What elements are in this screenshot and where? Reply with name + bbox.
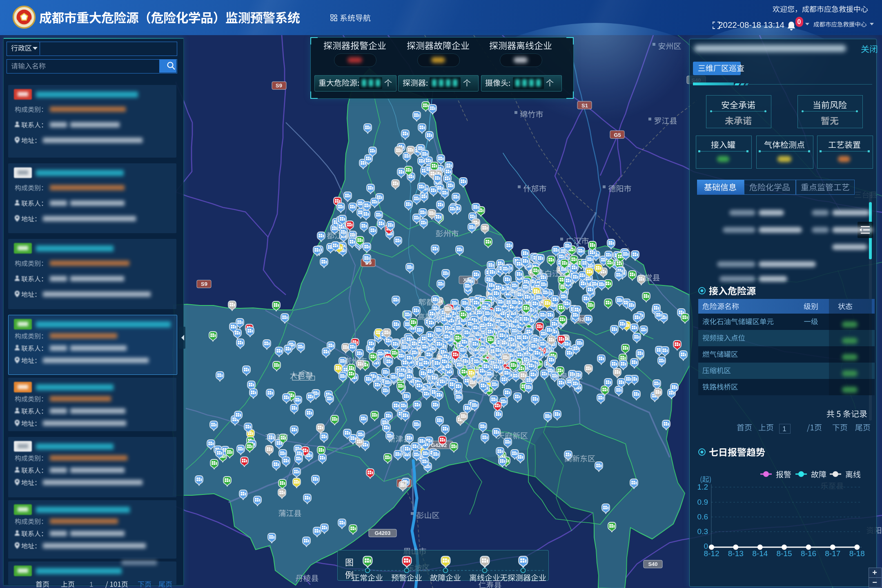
svg-text:S9: S9 <box>276 82 282 89</box>
svg-text:S9: S9 <box>201 281 207 287</box>
svg-text:S7: S7 <box>401 480 407 486</box>
svg-text:176: 176 <box>521 360 530 366</box>
svg-text:S1: S1 <box>581 102 588 109</box>
svg-text:S9: S9 <box>365 260 372 266</box>
svg-text:G4203: G4203 <box>374 530 390 536</box>
svg-text:G4202: G4202 <box>431 442 447 448</box>
svg-text:S2: S2 <box>578 316 585 323</box>
svg-text:S40: S40 <box>648 561 657 567</box>
svg-text:XA0: XA0 <box>463 277 473 283</box>
svg-text:G5: G5 <box>614 132 621 138</box>
